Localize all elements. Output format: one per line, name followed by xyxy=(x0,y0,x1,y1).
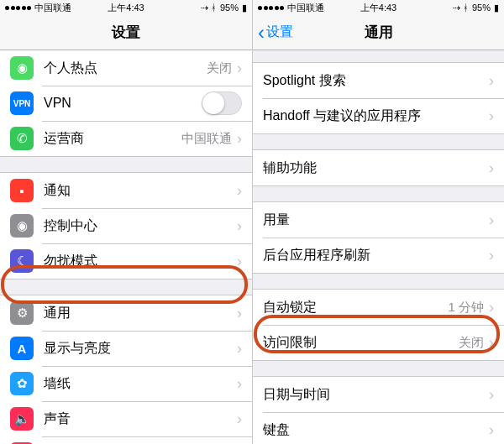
status-bar: 中国联通 上午4:43 ⇢ ᚼ 95% ▮ xyxy=(253,0,504,15)
row-label: VPN xyxy=(44,96,202,111)
signal-icon xyxy=(258,6,284,10)
row-label: 访问限制 xyxy=(263,334,459,352)
row-label: 用量 xyxy=(263,212,489,229)
row-usage[interactable]: 用量 › xyxy=(253,202,504,238)
chevron-right-icon: › xyxy=(489,335,494,350)
display-icon: A xyxy=(10,337,34,360)
bluetooth-icon: ⇢ ᚼ xyxy=(453,3,469,13)
row-label: 勿扰模式 xyxy=(44,253,237,270)
chevron-right-icon: › xyxy=(237,60,242,76)
row-label: 墙纸 xyxy=(44,375,237,393)
battery-icon: ▮ xyxy=(242,3,247,13)
row-control-center[interactable]: ◉ 控制中心 › xyxy=(0,208,252,243)
page-title: 通用 xyxy=(365,23,393,42)
chevron-right-icon: › xyxy=(237,218,242,233)
battery-label: 95% xyxy=(472,3,491,13)
chevron-right-icon: › xyxy=(237,306,242,321)
row-auto-lock[interactable]: 自动锁定 1 分钟 › xyxy=(253,290,504,325)
notifications-icon: ▪ xyxy=(10,179,34,202)
row-label: 控制中心 xyxy=(44,217,237,235)
navbar: ‹ 设置 通用 xyxy=(253,15,504,50)
row-date-time[interactable]: 日期与时间 › xyxy=(253,377,504,412)
back-button[interactable]: ‹ 设置 xyxy=(258,23,293,43)
wallpaper-icon: ✿ xyxy=(10,372,34,395)
hotspot-icon: ◉ xyxy=(10,56,34,80)
moon-icon: ☾ xyxy=(10,249,34,273)
chevron-right-icon: › xyxy=(237,131,242,146)
row-label: 运营商 xyxy=(44,130,181,148)
row-vpn[interactable]: VPN VPN xyxy=(0,86,252,121)
bluetooth-icon: ⇢ ᚼ xyxy=(201,3,217,13)
row-value: 1 分钟 xyxy=(448,300,484,316)
row-label: 显示与亮度 xyxy=(44,340,237,358)
control-center-icon: ◉ xyxy=(10,214,34,238)
row-value: 关闭 xyxy=(207,60,232,76)
battery-icon: ▮ xyxy=(494,3,499,13)
row-sound[interactable]: 🔈 声音 › xyxy=(0,401,252,436)
row-restrictions[interactable]: 访问限制 关闭 › xyxy=(253,325,504,360)
general-screen: 中国联通 上午4:43 ⇢ ᚼ 95% ▮ ‹ 设置 通用 Spotlight … xyxy=(252,0,504,444)
sound-icon: 🔈 xyxy=(10,407,34,431)
row-wallpaper[interactable]: ✿ 墙纸 › xyxy=(0,366,252,401)
chevron-right-icon: › xyxy=(489,248,494,263)
chevron-right-icon: › xyxy=(489,73,494,88)
carrier-label: 中国联通 xyxy=(287,2,324,14)
chevron-right-icon: › xyxy=(489,300,494,315)
row-label: 键盘 xyxy=(263,421,489,439)
chevron-right-icon: › xyxy=(489,108,494,123)
chevron-right-icon: › xyxy=(489,387,494,402)
row-accessibility[interactable]: 辅助功能 › xyxy=(253,150,504,185)
chevron-right-icon: › xyxy=(237,253,242,269)
back-label: 设置 xyxy=(266,24,293,41)
row-general[interactable]: ⚙ 通用 › xyxy=(0,295,252,331)
row-label: 声音 xyxy=(44,410,237,428)
row-label: Handoff 与建议的应用程序 xyxy=(263,107,489,125)
vpn-switch[interactable] xyxy=(202,91,242,115)
navbar: 设置 xyxy=(0,15,252,50)
chevron-right-icon: › xyxy=(237,341,242,356)
row-label: 通知 xyxy=(44,182,237,200)
row-background-refresh[interactable]: 后台应用程序刷新 › xyxy=(253,238,504,273)
row-label: 个人热点 xyxy=(44,60,207,77)
row-value: 关闭 xyxy=(459,335,484,351)
row-label: Spotlight 搜索 xyxy=(263,72,489,90)
row-label: 后台应用程序刷新 xyxy=(263,247,489,264)
row-label: 通用 xyxy=(44,305,237,322)
row-dnd[interactable]: ☾ 勿扰模式 › xyxy=(0,243,252,279)
row-handoff[interactable]: Handoff 与建议的应用程序 › xyxy=(253,98,504,133)
row-label: 日期与时间 xyxy=(263,386,489,404)
settings-list[interactable]: ◉ 个人热点 关闭 › VPN VPN ✆ 运营商 中国联通 › xyxy=(0,50,252,444)
chevron-left-icon: ‹ xyxy=(258,23,265,43)
chevron-right-icon: › xyxy=(489,422,494,437)
row-keyboard[interactable]: 键盘 › xyxy=(253,412,504,444)
clock: 上午4:43 xyxy=(360,2,396,14)
chevron-right-icon: › xyxy=(237,183,242,198)
general-list[interactable]: Spotlight 搜索 › Handoff 与建议的应用程序 › 辅助功能 ›… xyxy=(253,50,504,444)
page-title: 设置 xyxy=(112,23,140,42)
signal-icon xyxy=(5,6,31,10)
chevron-right-icon: › xyxy=(489,212,494,227)
carrier-label: 中国联通 xyxy=(34,2,71,14)
row-personal-hotspot[interactable]: ◉ 个人热点 关闭 › xyxy=(0,50,252,86)
battery-label: 95% xyxy=(220,3,239,13)
row-carrier[interactable]: ✆ 运营商 中国联通 › xyxy=(0,121,252,156)
carrier-icon: ✆ xyxy=(10,127,34,150)
row-label: 自动锁定 xyxy=(263,299,448,316)
row-spotlight[interactable]: Spotlight 搜索 › xyxy=(253,63,504,98)
clock: 上午4:43 xyxy=(108,2,144,14)
status-bar: 中国联通 上午4:43 ⇢ ᚼ 95% ▮ xyxy=(0,0,252,15)
vpn-icon: VPN xyxy=(10,91,34,115)
row-notifications[interactable]: ▪ 通知 › xyxy=(0,173,252,208)
row-label: 辅助功能 xyxy=(263,159,489,177)
row-touchid[interactable]: ◉ Touch ID 与密码 › xyxy=(0,436,252,444)
row-display[interactable]: A 显示与亮度 › xyxy=(0,331,252,366)
gear-icon: ⚙ xyxy=(10,301,34,325)
chevron-right-icon: › xyxy=(237,411,242,426)
chevron-right-icon: › xyxy=(237,376,242,391)
chevron-right-icon: › xyxy=(489,160,494,175)
row-value: 中国联通 xyxy=(181,131,232,147)
settings-root-screen: 中国联通 上午4:43 ⇢ ᚼ 95% ▮ 设置 ◉ 个人热点 关闭 › VP xyxy=(0,0,252,444)
